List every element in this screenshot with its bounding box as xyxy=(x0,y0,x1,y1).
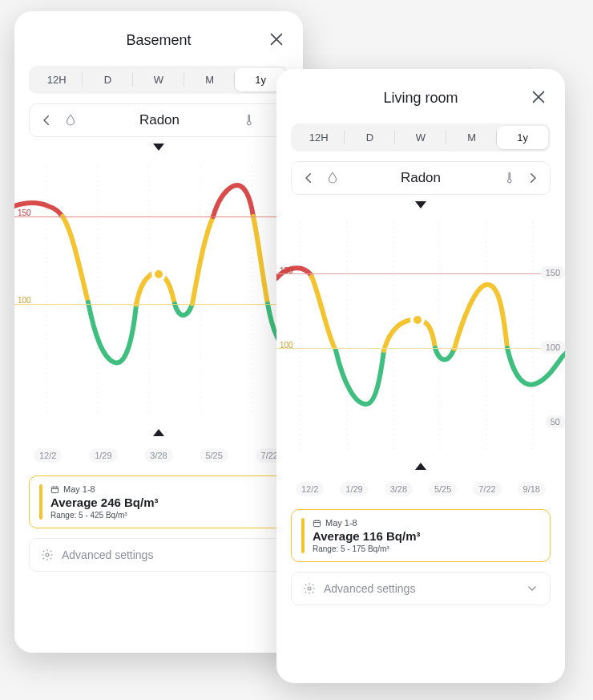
date-tick: 5/25 xyxy=(429,482,457,496)
advanced-settings-button[interactable]: Advanced settings xyxy=(29,538,288,572)
chevron-down-icon xyxy=(526,582,539,595)
date-tick: 1/29 xyxy=(340,482,368,496)
svg-point-18 xyxy=(308,587,311,590)
advanced-settings-label: Advanced settings xyxy=(324,582,415,595)
seg-m[interactable]: M xyxy=(446,126,498,149)
header: Living room xyxy=(291,83,551,112)
seg-w[interactable]: W xyxy=(133,68,184,91)
marker-top-icon xyxy=(415,201,426,208)
threshold-100 xyxy=(276,348,565,349)
seg-d[interactable]: D xyxy=(83,68,134,91)
summary-average: Average 116 Bq/m³ xyxy=(313,529,421,543)
y-label-pill: 50 xyxy=(546,415,565,428)
card-title: Basement xyxy=(126,32,191,49)
seg-d[interactable]: D xyxy=(345,126,396,149)
x-axis-labels: 12/2 1/29 3/28 5/25 7/22 9/18 xyxy=(291,479,551,500)
summary-card[interactable]: May 1-8 Average 116 Bq/m³ Range: 5 - 175… xyxy=(291,509,551,562)
y-label-pill: 100 xyxy=(541,341,565,354)
droplet-icon xyxy=(325,171,340,185)
threshold-150 xyxy=(276,273,565,274)
seg-w[interactable]: W xyxy=(395,126,446,149)
chevron-left-icon[interactable] xyxy=(301,171,316,185)
card-title: Living room xyxy=(383,90,458,107)
summary-card[interactable]: May 1-8 Average 246 Bq/m³ Range: 5 - 425… xyxy=(29,475,288,528)
seg-1y[interactable]: 1y xyxy=(497,126,548,149)
seg-m[interactable]: M xyxy=(184,68,236,91)
chevron-right-icon[interactable] xyxy=(526,171,540,185)
svg-point-16 xyxy=(413,316,422,324)
seg-12h[interactable]: 12H xyxy=(31,68,83,91)
summary-date: May 1-8 xyxy=(313,518,421,528)
date-tick: 12/2 xyxy=(34,448,62,463)
date-tick: 7/22 xyxy=(473,482,501,496)
chevron-left-icon[interactable] xyxy=(39,113,54,127)
summary-date: May 1-8 xyxy=(50,484,159,494)
date-tick: 1/29 xyxy=(89,448,117,463)
gear-icon xyxy=(41,548,54,561)
thermometer-icon xyxy=(241,113,256,127)
date-tick: 12/2 xyxy=(296,482,324,496)
seg-12h[interactable]: 12H xyxy=(293,126,345,149)
y-label-pill: 150 xyxy=(541,266,565,279)
marker-bottom-icon xyxy=(415,463,426,470)
summary-average: Average 246 Bq/m³ xyxy=(50,496,159,509)
calendar-icon xyxy=(313,519,321,528)
card-basement: Basement 12H D W M 1y Radon 150 100 xyxy=(14,11,303,653)
metric-selector[interactable]: Radon xyxy=(29,103,288,137)
date-tick: 5/25 xyxy=(200,448,228,463)
period-segment[interactable]: 12H D W M 1y xyxy=(29,66,288,94)
svg-point-6 xyxy=(155,270,163,278)
period-segment[interactable]: 12H D W M 1y xyxy=(291,123,551,152)
close-icon[interactable] xyxy=(530,88,547,106)
threshold-100 xyxy=(14,304,303,305)
thermometer-icon xyxy=(502,171,516,185)
svg-point-8 xyxy=(46,553,49,556)
close-icon[interactable] xyxy=(268,30,285,48)
y-label: 100 xyxy=(18,296,31,305)
advanced-settings-label: Advanced settings xyxy=(62,548,153,561)
radon-chart[interactable]: 150 100 xyxy=(14,158,303,423)
summary-accent xyxy=(39,484,42,520)
y-label: 100 xyxy=(280,341,293,350)
date-tick: 3/28 xyxy=(385,482,413,496)
date-tick: 9/18 xyxy=(518,482,546,496)
card-living-room: Living room 12H D W M 1y Radon 150 150 1… xyxy=(276,69,565,683)
droplet-icon xyxy=(63,113,78,127)
marker-bottom-icon xyxy=(153,429,164,436)
date-tick: 3/28 xyxy=(144,448,172,463)
metric-name: Radon xyxy=(139,112,180,128)
threshold-150 xyxy=(14,216,303,217)
y-label: 150 xyxy=(280,266,293,275)
metric-selector[interactable]: Radon xyxy=(291,161,551,195)
x-axis-labels: 12/2 1/29 3/28 5/25 7/22 xyxy=(29,445,288,466)
summary-accent xyxy=(301,518,305,553)
summary-range: Range: 5 - 175 Bq/m³ xyxy=(313,544,421,553)
svg-rect-7 xyxy=(51,487,58,492)
marker-top-icon xyxy=(153,144,164,151)
advanced-settings-button[interactable]: Advanced settings xyxy=(291,572,551,605)
svg-rect-17 xyxy=(313,520,320,526)
calendar-icon xyxy=(50,485,59,494)
gear-icon xyxy=(303,582,316,595)
header: Basement xyxy=(29,26,288,55)
summary-range: Range: 5 - 425 Bq/m³ xyxy=(50,511,159,520)
radon-chart[interactable]: 150 150 100 100 50 xyxy=(276,216,565,456)
y-label: 150 xyxy=(18,208,31,217)
metric-name: Radon xyxy=(401,170,441,186)
